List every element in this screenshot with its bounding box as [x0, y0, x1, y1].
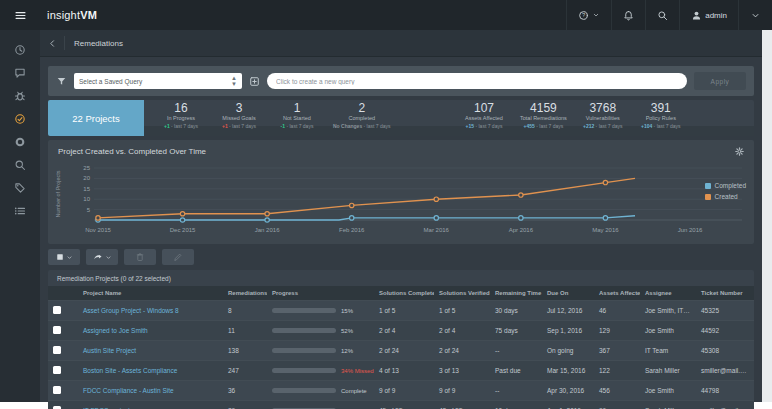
svg-text:5: 5: [87, 207, 91, 213]
cell-solutions-verified: 3 of 13: [434, 361, 490, 381]
project-name-link[interactable]: Asset Group Project - Windows 8: [83, 307, 179, 314]
stat-group: 391Policy Rules+104 - last 7 days: [632, 100, 690, 136]
cell-remediations: 247: [223, 361, 267, 381]
user-menu-chevron[interactable]: [738, 0, 772, 30]
project-name-link[interactable]: FDCC Compliance - Austin Site: [83, 387, 174, 394]
cell-solutions-verified: 1 of 5: [434, 301, 490, 321]
stat-value: 1: [294, 102, 301, 115]
legend-item: Completed: [705, 182, 746, 189]
column-header-due-on[interactable]: Due On: [542, 286, 594, 301]
edit-button[interactable]: [162, 249, 194, 265]
column-header-remaining-time[interactable]: Remaining Time: [490, 286, 542, 301]
sidebar-item-remediations[interactable]: [0, 107, 40, 130]
saved-query-select[interactable]: Select a Saved Query ▲▼: [74, 73, 242, 89]
stat-group: 4159Total Remediations+455 - last 7 days: [513, 100, 574, 136]
column-header-assignee[interactable]: Assignee: [640, 286, 696, 301]
projects-count-badge: 22 Projects: [48, 100, 144, 136]
stat-label: Total Remediations: [520, 115, 567, 121]
column-header-solutions-completed[interactable]: Solutions Completed: [374, 286, 434, 301]
delete-button[interactable]: [124, 249, 156, 265]
chart-card: Project Created vs. Completed Over Time …: [48, 140, 754, 244]
cell-assignee: Sarah Miller: [640, 361, 696, 381]
sidebar-item-investigate[interactable]: [0, 153, 40, 176]
gear-icon[interactable]: [734, 146, 745, 157]
notifications-button[interactable]: [611, 0, 645, 30]
cell-solutions-completed: 9 of 9: [374, 381, 434, 401]
page-title: Remediations: [74, 39, 123, 48]
svg-text:Jun 2016: Jun 2016: [678, 227, 703, 233]
table-row: Assigned to Joe Smith1152%2 of 42 of 475…: [48, 321, 754, 341]
cell-ticket: smiller@mail.com: [696, 361, 754, 381]
column-header-ticket-number[interactable]: Ticket Number: [696, 286, 754, 301]
sidebar-item-history[interactable]: [0, 38, 40, 61]
select-all-dropdown-button[interactable]: [48, 249, 80, 265]
progress-bar: Complete: [272, 388, 369, 394]
cell-remaining-time: 10 days: [490, 401, 542, 409]
app-logo: insightVM: [47, 9, 97, 21]
legend-swatch: [705, 194, 711, 200]
chart-svg: 510152025Nov 2015Dec 2015Jan 2016Feb 201…: [50, 162, 750, 242]
back-button[interactable]: [40, 38, 64, 49]
stat-group: 3Missed Goals+1 - last 7 days: [210, 100, 268, 136]
divider: [64, 36, 65, 50]
search-button[interactable]: [645, 0, 679, 30]
row-checkbox[interactable]: [53, 346, 61, 354]
table-row: FDCC Compliance - Austin Site36Complete9…: [48, 381, 754, 401]
project-name-link[interactable]: Boston Site - Assets Compliance: [83, 367, 177, 374]
cell-assets-affected: 456: [594, 381, 640, 401]
table-row: Boston Site - Assets Compliance24734% Mi…: [48, 361, 754, 381]
chat-icon: [14, 67, 26, 79]
cell-ticket: 45308: [696, 341, 754, 361]
column-header-solutions-verified[interactable]: Solutions Verified: [434, 286, 490, 301]
sidebar-item-reports[interactable]: [0, 199, 40, 222]
cell-solutions-completed: 2 of 4: [374, 321, 434, 341]
column-header-project-name[interactable]: Project Name: [78, 286, 223, 301]
bug-icon: [14, 90, 26, 102]
table-row: Asset Group Project - Windows 8815%1 of …: [48, 301, 754, 321]
sidebar-item-dashboards[interactable]: [0, 61, 40, 84]
row-checkbox[interactable]: [53, 366, 61, 374]
stat-delta: +1 - last 7 days: [222, 123, 256, 129]
scrollbar-track[interactable]: [762, 30, 772, 402]
circle-icon: [14, 136, 26, 148]
column-header-progress[interactable]: Progress: [267, 286, 374, 301]
table-header-row: Project NameRemediationsProgressSolution…: [48, 286, 754, 301]
progress-label: 12%: [341, 348, 353, 354]
column-header-remediations[interactable]: Remediations: [223, 286, 267, 301]
row-checkbox[interactable]: [53, 306, 61, 314]
legend-label: Completed: [715, 182, 746, 189]
user-menu[interactable]: admin: [679, 0, 738, 30]
sidebar-item-tags[interactable]: [0, 176, 40, 199]
stat-label: Not Started: [283, 115, 311, 121]
stat-value: 391: [651, 102, 671, 115]
legend-swatch: [705, 183, 711, 189]
project-name-link[interactable]: Austin Site Project: [83, 347, 136, 354]
sidebar-item-projects[interactable]: [0, 130, 40, 153]
sidebar: [0, 30, 40, 402]
help-button[interactable]: ?: [566, 0, 611, 30]
svg-text:25: 25: [83, 165, 90, 171]
progress-label: 15%: [341, 308, 353, 314]
svg-text:15: 15: [83, 186, 90, 192]
cell-remaining-time: 75 days: [490, 321, 542, 341]
hamburger-menu-icon[interactable]: [0, 9, 40, 22]
apply-query-button[interactable]: Apply: [694, 72, 746, 90]
sidebar-item-vulnerabilities[interactable]: [0, 84, 40, 107]
query-input[interactable]: [267, 73, 687, 89]
cell-due-on: On going: [542, 341, 594, 361]
search-icon: [14, 159, 26, 171]
list-icon: [14, 205, 26, 217]
cell-assignee: IT Team: [640, 341, 696, 361]
stat-value: 4159: [530, 102, 557, 115]
project-name-link[interactable]: Assigned to Joe Smith: [83, 327, 148, 334]
progress-label: Complete: [341, 388, 367, 394]
stat-delta: +1 - last 7 days: [164, 123, 198, 129]
new-query-button[interactable]: [249, 76, 260, 87]
row-checkbox[interactable]: [53, 326, 61, 334]
stat-value: 2: [358, 102, 365, 115]
svg-text:Nov 2015: Nov 2015: [85, 227, 111, 233]
remediation-projects-table: Project NameRemediationsProgressSolution…: [48, 286, 754, 409]
share-dropdown-button[interactable]: [86, 249, 118, 265]
column-header-assets-affected[interactable]: Assets Affected: [594, 286, 640, 301]
row-checkbox[interactable]: [53, 386, 61, 394]
